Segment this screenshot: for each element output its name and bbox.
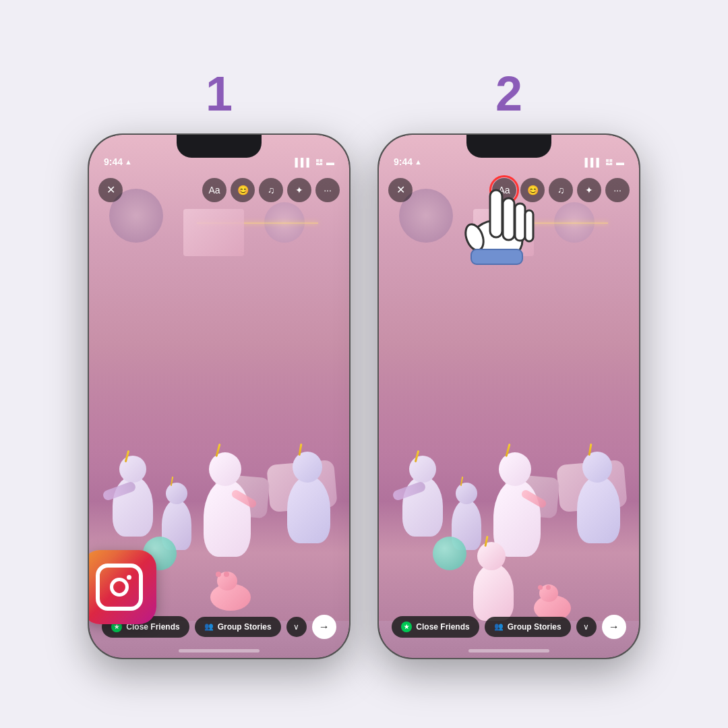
location-arrow-1: ▲: [125, 158, 132, 166]
status-icons-1: ▌▌▌ 𝌭 ▬: [295, 158, 334, 167]
group-stories-pill-2[interactable]: 👥 Group Stories: [485, 617, 571, 637]
green-star-2: ★: [401, 621, 412, 632]
more-btn-1[interactable]: ···: [315, 178, 340, 202]
group-stories-label-1: Group Stories: [218, 622, 272, 632]
effects-btn-1[interactable]: ✦: [287, 178, 311, 202]
close-friends-pill-2[interactable]: ★ Close Friends: [392, 616, 479, 638]
home-indicator-2: [468, 649, 549, 653]
sticker-btn-1[interactable]: 😊: [231, 178, 255, 202]
svg-rect-5: [525, 210, 533, 241]
phone-2: ✕ Aa 😊 ♫ ✦ ···: [377, 133, 640, 659]
forward-arrow-1[interactable]: →: [312, 615, 336, 639]
phone-2-screen: ✕ Aa 😊 ♫ ✦ ···: [379, 135, 639, 658]
group-icon-1: 👥: [204, 622, 214, 631]
instagram-logo: [88, 550, 156, 624]
chevron-1[interactable]: ∨: [286, 617, 307, 637]
close-btn-1[interactable]: ✕: [98, 178, 123, 202]
toolbar-right-1: Aa 😊 ♫ ✦ ···: [202, 178, 340, 202]
step-1: 1: [88, 69, 351, 659]
step-1-number: 1: [206, 69, 233, 118]
close-friends-label-2: Close Friends: [416, 622, 469, 632]
wifi-icon-2: 𝌭: [605, 158, 613, 167]
music-btn-2[interactable]: ♫: [549, 178, 573, 202]
step-2: 2: [377, 69, 640, 659]
unicorn-8: [572, 442, 626, 543]
cursor-hand: [453, 163, 541, 271]
phone-1: ✕ Aa 😊 ♫ ✦ ··· 9:44 ▲: [88, 133, 351, 659]
phone-1-notch: [177, 135, 262, 158]
svg-rect-3: [503, 198, 514, 240]
main-container: 1: [0, 0, 728, 728]
svg-rect-4: [515, 204, 525, 241]
close-btn-2[interactable]: ✕: [388, 178, 413, 202]
bottom-bar-2: ★ Close Friends 👥 Group Stories ∨ →: [379, 615, 639, 639]
home-indicator-1: [179, 649, 260, 653]
time-2: 9:44 ▲: [394, 156, 422, 167]
chevron-2[interactable]: ∨: [576, 617, 597, 637]
toolbar-1: ✕ Aa 😊 ♫ ✦ ···: [89, 173, 349, 208]
insta-inner: [96, 564, 143, 611]
teal-ball-2: [433, 537, 466, 570]
unicorn-3: [197, 442, 257, 557]
more-btn-2[interactable]: ···: [605, 178, 630, 202]
insta-circle: [110, 578, 129, 597]
group-stories-label-2: Group Stories: [508, 622, 562, 632]
unicorn-1: [102, 442, 163, 537]
insta-dot: [127, 575, 131, 580]
signal-icon-2: ▌▌▌: [584, 158, 602, 167]
status-icons-2: ▌▌▌ 𝌭 ▬: [584, 158, 624, 167]
battery-icon-1: ▬: [326, 158, 334, 167]
phone-2-notch: [466, 135, 551, 158]
signal-icon-1: ▌▌▌: [295, 158, 312, 167]
music-btn-1[interactable]: ♫: [259, 178, 283, 202]
effects-btn-2[interactable]: ✦: [577, 178, 601, 202]
time-1: 9:44 ▲: [104, 156, 132, 167]
battery-icon-2: ▬: [616, 158, 624, 167]
unicorn-4: [282, 442, 336, 543]
step-2-number: 2: [495, 69, 522, 118]
unicorn-5: [392, 442, 453, 537]
text-btn-1[interactable]: Aa: [202, 178, 226, 202]
svg-rect-2: [490, 190, 502, 237]
group-stories-pill-1[interactable]: 👥 Group Stories: [195, 617, 281, 637]
wall-art-1: [183, 209, 244, 256]
group-icon-2: 👥: [494, 622, 504, 631]
wifi-icon-1: 𝌭: [315, 158, 323, 167]
forward-arrow-2[interactable]: →: [602, 615, 626, 639]
pink-pig-1: [210, 577, 251, 611]
svg-rect-6: [471, 249, 522, 264]
location-arrow-2: ▲: [415, 158, 422, 166]
unicorn-9: [466, 540, 520, 621]
